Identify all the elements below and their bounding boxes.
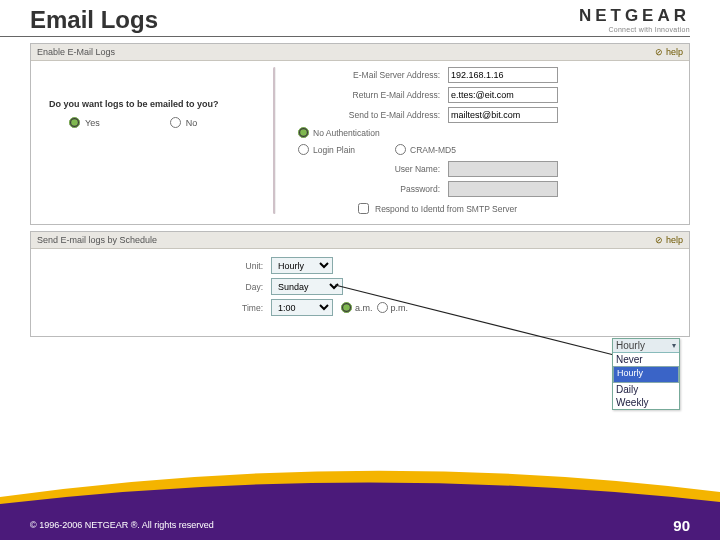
unit-option-never[interactable]: Never bbox=[613, 353, 679, 366]
callout-line bbox=[0, 0, 720, 540]
copyright-text: © 1996-2006 NETGEAR ®. All rights reserv… bbox=[30, 520, 214, 530]
svg-line-0 bbox=[335, 285, 614, 355]
footer-bar: © 1996-2006 NETGEAR ®. All rights reserv… bbox=[0, 510, 720, 540]
unit-dropdown-current-text: Hourly bbox=[616, 340, 645, 351]
unit-option-hourly[interactable]: Hourly bbox=[613, 366, 679, 383]
unit-option-weekly[interactable]: Weekly bbox=[613, 396, 679, 409]
unit-dropdown-current[interactable]: Hourly ▾ bbox=[613, 339, 679, 353]
page-number: 90 bbox=[673, 517, 690, 534]
unit-option-daily[interactable]: Daily bbox=[613, 383, 679, 396]
unit-dropdown-popout: Hourly ▾ Never Hourly Daily Weekly bbox=[612, 338, 680, 410]
chevron-down-icon: ▾ bbox=[672, 341, 676, 350]
